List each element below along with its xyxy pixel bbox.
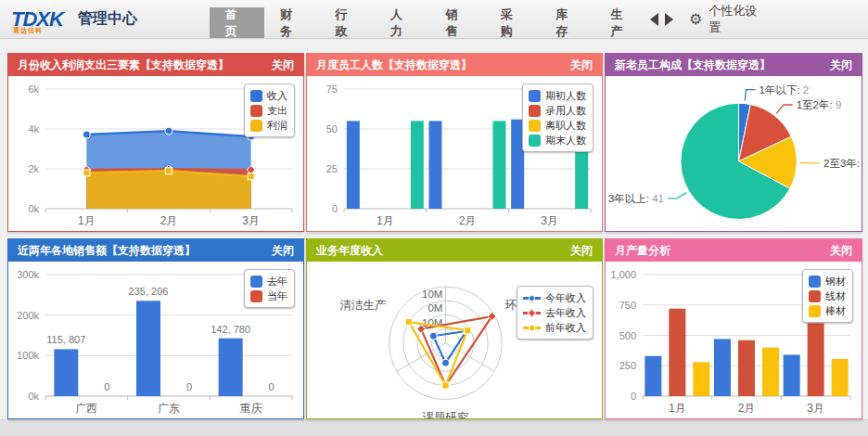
legend-swatch bbox=[250, 276, 262, 288]
panel-close-link[interactable]: 关闭 bbox=[830, 243, 852, 259]
scroll-right-icon[interactable] bbox=[665, 13, 673, 26]
nav-tab-1[interactable]: 财务 bbox=[264, 7, 319, 38]
legend-item[interactable]: 期末人数 bbox=[529, 133, 586, 147]
panel-close-link[interactable]: 关闭 bbox=[272, 58, 294, 73]
legend-item[interactable]: 今年收入 bbox=[523, 290, 586, 305]
panel-employee-tenure-pie: 新老员工构成【支持数据穿透】 关闭 1年以下: 21至2年: 92至3年: 93… bbox=[605, 53, 862, 232]
legend-label: 前年收入 bbox=[545, 321, 586, 335]
svg-text:0: 0 bbox=[631, 391, 636, 402]
logo-subtext: 通达信科 bbox=[13, 26, 43, 35]
svg-text:6k: 6k bbox=[28, 83, 39, 95]
legend-label: 去年 bbox=[267, 275, 287, 289]
legend-item[interactable]: 前年收入 bbox=[523, 320, 586, 335]
svg-text:235, 206: 235, 206 bbox=[129, 286, 169, 297]
legend-item[interactable]: 期初人数 bbox=[529, 88, 586, 103]
legend-item[interactable]: 利润 bbox=[250, 118, 287, 133]
panel-header: 月份收入利润支出三要素【支持数据穿透】 关闭 bbox=[8, 54, 303, 76]
navbar: TDXK 通达信科 管理中心 首页财务行政人力销售采购库存生产 ⚙ 个性化设置 bbox=[0, 0, 868, 39]
legend-label: 期初人数 bbox=[545, 89, 586, 103]
legend: 期初人数录用人数离职人数期末人数 bbox=[522, 83, 594, 152]
panel-close-link[interactable]: 关闭 bbox=[830, 58, 852, 73]
panel-close-link[interactable]: 关闭 bbox=[570, 243, 593, 259]
legend-label: 线材 bbox=[825, 289, 846, 303]
nav-tab-6[interactable]: 库存 bbox=[540, 7, 594, 38]
legend-item[interactable]: 收入 bbox=[250, 88, 287, 103]
legend-item[interactable]: 去年收入 bbox=[523, 305, 586, 320]
legend-swatch bbox=[250, 290, 262, 302]
svg-text:2月: 2月 bbox=[459, 214, 477, 227]
panel-body: 10M0M-10M环境监理课题研究清洁生产 今年收入去年收入前年收入 bbox=[307, 262, 602, 418]
logo-area: TDXK 通达信科 管理中心 bbox=[0, 0, 210, 38]
legend-item[interactable]: 录用人数 bbox=[529, 103, 586, 118]
legend-swatch bbox=[809, 305, 821, 317]
panel-body: 1年以下: 21至2年: 92至3年: 93年以上: 41 bbox=[606, 76, 862, 231]
panel-close-link[interactable]: 关闭 bbox=[272, 243, 294, 259]
panel-regional-sales: 近两年各地销售额【支持数据穿透】 关闭 0k100k200k300k广西广东重庆… bbox=[7, 238, 304, 419]
legend-item[interactable]: 离职人数 bbox=[529, 118, 586, 133]
svg-text:3月: 3月 bbox=[541, 214, 558, 227]
legend-label: 钢材 bbox=[825, 275, 846, 289]
svg-text:广西: 广西 bbox=[75, 402, 97, 415]
gear-icon[interactable]: ⚙ bbox=[689, 12, 702, 27]
legend: 钢材线材棒材 bbox=[802, 269, 853, 323]
nav-tab-5[interactable]: 采购 bbox=[485, 7, 540, 38]
svg-text:1月: 1月 bbox=[78, 214, 96, 227]
svg-text:0k: 0k bbox=[28, 391, 39, 402]
panel-income-expense-profit: 月份收入利润支出三要素【支持数据穿透】 关闭 0k2k4k6k1月2月3月 收入… bbox=[7, 53, 304, 232]
legend: 收入支出利润 bbox=[244, 83, 295, 137]
nav-right-controls: ⚙ 个性化设置 bbox=[650, 0, 868, 38]
panel-monthly-output: 月产量分析 关闭 02505007501,0001月2月3月 钢材线材棒材 bbox=[605, 238, 862, 419]
legend-swatch bbox=[250, 120, 262, 132]
svg-text:3年以上: 41: 3年以上: 41 bbox=[608, 193, 664, 204]
panel-monthly-headcount: 月度员工人数【支持数据穿透】 关闭 02550751月2月3月 期初人数录用人数… bbox=[306, 53, 603, 232]
dashboard-app: TDXK 通达信科 管理中心 首页财务行政人力销售采购库存生产 ⚙ 个性化设置 … bbox=[0, 0, 868, 436]
legend-swatch bbox=[250, 105, 262, 117]
legend-item[interactable]: 支出 bbox=[250, 103, 287, 118]
svg-text:2月: 2月 bbox=[738, 402, 756, 415]
svg-text:3月: 3月 bbox=[242, 214, 260, 227]
legend-label: 棒材 bbox=[825, 304, 846, 318]
svg-text:课题研究: 课题研究 bbox=[422, 411, 468, 418]
chart-employee-tenure-pie[interactable]: 1年以下: 21至2年: 92至3年: 93年以上: 41 bbox=[606, 76, 862, 231]
panel-close-link[interactable]: 关闭 bbox=[570, 58, 593, 73]
svg-text:75: 75 bbox=[326, 83, 338, 95]
legend-item[interactable]: 钢材 bbox=[809, 274, 846, 289]
personalization-settings-link[interactable]: 个性化设置 bbox=[708, 3, 768, 36]
nav-tab-2[interactable]: 行政 bbox=[320, 7, 375, 38]
legend: 去年当年 bbox=[244, 269, 295, 308]
legend-item[interactable]: 棒材 bbox=[809, 303, 846, 318]
legend-item[interactable]: 去年 bbox=[250, 274, 287, 289]
legend-item[interactable]: 线材 bbox=[809, 289, 846, 303]
svg-text:0: 0 bbox=[269, 381, 274, 392]
legend-label: 支出 bbox=[267, 104, 287, 118]
svg-text:2月: 2月 bbox=[160, 214, 178, 227]
nav-tab-0[interactable]: 首页 bbox=[210, 7, 264, 38]
legend-label: 当年 bbox=[267, 289, 287, 303]
legend-label: 收入 bbox=[267, 89, 287, 103]
svg-text:清洁生产: 清洁生产 bbox=[340, 299, 387, 312]
panels-grid: 月份收入利润支出三要素【支持数据穿透】 关闭 0k2k4k6k1月2月3月 收入… bbox=[0, 39, 868, 419]
svg-text:1年以下: 2: 1年以下: 2 bbox=[760, 84, 810, 96]
nav-tab-7[interactable]: 生产 bbox=[595, 7, 650, 38]
legend-item[interactable]: 当年 bbox=[250, 289, 287, 303]
nav-tab-3[interactable]: 人力 bbox=[375, 7, 429, 38]
svg-text:250: 250 bbox=[619, 360, 636, 371]
company-logo: TDXK 通达信科 bbox=[11, 9, 63, 30]
panel-header: 近两年各地销售额【支持数据穿透】 关闭 bbox=[8, 239, 303, 262]
svg-text:200k: 200k bbox=[17, 310, 39, 321]
panel-body: 02505007501,0001月2月3月 钢材线材棒材 bbox=[606, 262, 862, 418]
svg-text:1至2年: 9: 1至2年: 9 bbox=[797, 99, 842, 110]
legend-label: 今年收入 bbox=[545, 291, 586, 305]
legend: 今年收入去年收入前年收入 bbox=[517, 286, 594, 340]
legend-swatch bbox=[250, 90, 262, 102]
nav-tab-4[interactable]: 销售 bbox=[429, 7, 484, 38]
svg-text:10M: 10M bbox=[422, 289, 442, 300]
legend-swatch bbox=[529, 105, 541, 117]
svg-text:2k: 2k bbox=[28, 163, 39, 174]
scroll-left-icon[interactable] bbox=[650, 13, 658, 26]
panel-title: 近两年各地销售额【支持数据穿透】 bbox=[18, 243, 196, 259]
legend-swatch bbox=[529, 90, 541, 102]
legend-swatch bbox=[523, 307, 541, 319]
svg-text:50: 50 bbox=[326, 123, 338, 135]
svg-text:100k: 100k bbox=[17, 350, 39, 361]
